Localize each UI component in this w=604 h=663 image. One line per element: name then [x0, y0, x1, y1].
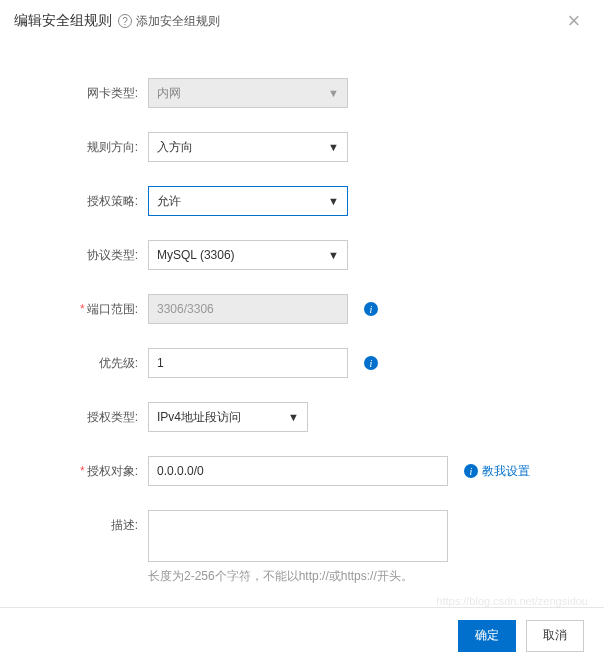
caret-down-icon: ▼: [328, 195, 339, 207]
caret-down-icon: ▼: [328, 249, 339, 261]
help-link[interactable]: 添加安全组规则: [136, 13, 220, 30]
label-rule-direction: 规则方向:: [20, 132, 148, 156]
label-nic-type: 网卡类型:: [20, 78, 148, 102]
info-icon[interactable]: i: [364, 356, 378, 370]
row-nic-type: 网卡类型: 内网 ▼: [20, 78, 584, 108]
select-rule-direction-value: 入方向: [157, 139, 193, 156]
row-auth-object: *授权对象: i 教我设置: [20, 456, 584, 486]
input-port-range: [148, 294, 348, 324]
select-auth-policy[interactable]: 允许 ▼: [148, 186, 348, 216]
input-priority[interactable]: [148, 348, 348, 378]
label-port-range: *端口范围:: [20, 294, 148, 318]
dialog-title: 编辑安全组规则: [14, 12, 112, 30]
select-auth-type[interactable]: IPv4地址段访问 ▼: [148, 402, 308, 432]
row-protocol-type: 协议类型: MySQL (3306) ▼: [20, 240, 584, 270]
input-port-range-field: [157, 295, 339, 323]
label-priority: 优先级:: [20, 348, 148, 372]
select-rule-direction[interactable]: 入方向 ▼: [148, 132, 348, 162]
info-icon: i: [464, 464, 478, 478]
form: 网卡类型: 内网 ▼ 规则方向: 入方向 ▼ 授权策略: 允许 ▼ 协议类型:: [0, 38, 604, 619]
label-protocol-type: 协议类型:: [20, 240, 148, 264]
caret-down-icon: ▼: [328, 87, 339, 99]
select-auth-policy-value: 允许: [157, 193, 181, 210]
input-auth-object[interactable]: [148, 456, 448, 486]
label-description: 描述:: [20, 510, 148, 534]
select-nic-type-value: 内网: [157, 85, 181, 102]
select-nic-type: 内网 ▼: [148, 78, 348, 108]
input-priority-field[interactable]: [157, 349, 339, 377]
row-port-range: *端口范围: i: [20, 294, 584, 324]
help-set-text: 教我设置: [482, 463, 530, 480]
caret-down-icon: ▼: [288, 411, 299, 423]
description-hint: 长度为2-256个字符，不能以http://或https://开头。: [148, 568, 584, 585]
label-auth-type: 授权类型:: [20, 402, 148, 426]
caret-down-icon: ▼: [328, 141, 339, 153]
ok-button[interactable]: 确定: [458, 620, 516, 652]
close-icon[interactable]: ×: [562, 10, 586, 34]
cancel-button[interactable]: 取消: [526, 620, 584, 652]
input-auth-object-field[interactable]: [157, 457, 439, 485]
select-protocol-type-value: MySQL (3306): [157, 248, 235, 262]
row-auth-type: 授权类型: IPv4地址段访问 ▼: [20, 402, 584, 432]
row-priority: 优先级: i: [20, 348, 584, 378]
help-icon[interactable]: ?: [118, 14, 132, 28]
label-auth-object: *授权对象:: [20, 456, 148, 480]
dialog-footer: 确定 取消: [0, 607, 604, 663]
dialog-header: 编辑安全组规则 ? 添加安全组规则 ×: [0, 0, 604, 38]
select-auth-type-value: IPv4地址段访问: [157, 409, 241, 426]
info-icon[interactable]: i: [364, 302, 378, 316]
help-set-link[interactable]: i 教我设置: [464, 463, 530, 480]
select-protocol-type[interactable]: MySQL (3306) ▼: [148, 240, 348, 270]
row-auth-policy: 授权策略: 允许 ▼: [20, 186, 584, 216]
row-rule-direction: 规则方向: 入方向 ▼: [20, 132, 584, 162]
label-auth-policy: 授权策略:: [20, 186, 148, 210]
textarea-description[interactable]: [148, 510, 448, 562]
row-description: 描述: 长度为2-256个字符，不能以http://或https://开头。: [20, 510, 584, 585]
